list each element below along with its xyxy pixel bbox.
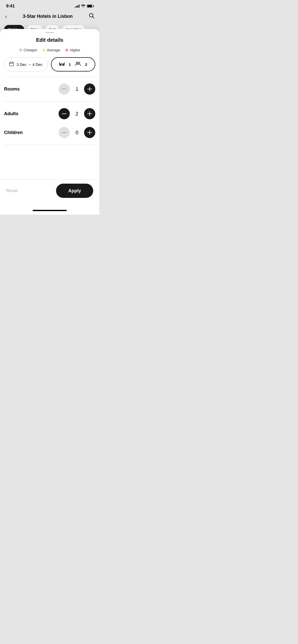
cheaper-label: Cheaper (24, 48, 37, 52)
sheet-handle (45, 32, 54, 33)
sheet-title: Edit details (36, 37, 63, 43)
adults-controls: 2 (59, 108, 95, 119)
page-title: 3-Star Hotels in Lisbon (23, 14, 73, 19)
adults-row: Adults 2 (4, 101, 95, 126)
rooms-controls: 1 (59, 83, 95, 95)
divider-bottom (4, 145, 95, 145)
higher-dot (65, 49, 68, 52)
reset-button[interactable]: Reset (6, 188, 17, 193)
higher-label: Higher (70, 48, 80, 52)
sheet-actions: Reset Apply (0, 179, 99, 206)
price-legend: Cheaper Average Higher (0, 48, 99, 52)
children-controls: 0 (59, 127, 95, 138)
legend-average: Average (42, 48, 60, 52)
adults-increment-button[interactable] (84, 108, 95, 119)
guests-counter-section: Adults 2 Children 0 (0, 101, 99, 145)
rooms-decrement-button[interactable] (59, 83, 70, 95)
average-dot (42, 49, 45, 52)
svg-rect-11 (62, 64, 64, 65)
rooms-increment-button[interactable] (84, 83, 95, 95)
home-indicator (0, 206, 99, 215)
battery-icon (87, 5, 93, 8)
legend-higher: Higher (65, 48, 80, 52)
bottom-sheet: Edit details Cheaper Average Higher (0, 29, 99, 215)
rooms-label: Rooms (4, 86, 20, 92)
bed-icon (59, 62, 65, 67)
signal-icon (75, 5, 79, 8)
status-bar: 9:41 (0, 0, 99, 11)
search-icon[interactable] (89, 13, 94, 20)
guests-pill[interactable]: 1 2 (51, 57, 95, 71)
rooms-count: 1 (69, 62, 71, 67)
rooms-row: Rooms 1 (4, 77, 95, 101)
date-range-text: 3 Dec → 4 Dec (17, 62, 43, 67)
children-decrement-button[interactable] (59, 127, 70, 138)
legend-cheaper: Cheaper (19, 48, 37, 52)
status-icons (75, 4, 93, 8)
adults-decrement-button[interactable] (59, 108, 70, 119)
sheet-handle-area: Edit details (0, 29, 99, 48)
cheaper-dot (19, 49, 22, 52)
adults-label: Adults (4, 111, 18, 116)
counter-section: Rooms 1 (0, 77, 99, 101)
svg-rect-10 (60, 64, 61, 65)
svg-rect-5 (9, 62, 13, 66)
status-time: 9:41 (6, 4, 15, 9)
children-increment-button[interactable] (84, 127, 95, 138)
date-range-pill[interactable]: 3 Dec → 4 Dec (4, 57, 48, 71)
adults-value: 2 (74, 111, 80, 117)
adults-count: 2 (85, 62, 87, 67)
guests-pair: 1 2 (59, 62, 87, 67)
calendar-icon (9, 61, 14, 68)
svg-point-15 (78, 62, 80, 64)
wifi-icon (81, 4, 85, 8)
children-value: 0 (74, 130, 80, 136)
nav-bar: ‹ 3-Star Hotels in Lisbon (0, 11, 99, 23)
svg-point-14 (76, 62, 78, 64)
average-label: Average (47, 48, 60, 52)
selection-row: 3 Dec → 4 Dec 1 (0, 57, 99, 71)
rooms-value: 1 (74, 86, 80, 92)
back-button[interactable]: ‹ (5, 13, 7, 19)
home-bar (33, 210, 67, 211)
children-row: Children 0 (4, 126, 95, 145)
children-label: Children (4, 130, 23, 135)
people-icon (75, 62, 81, 67)
apply-button[interactable]: Apply (56, 184, 93, 198)
svg-line-1 (92, 17, 94, 18)
